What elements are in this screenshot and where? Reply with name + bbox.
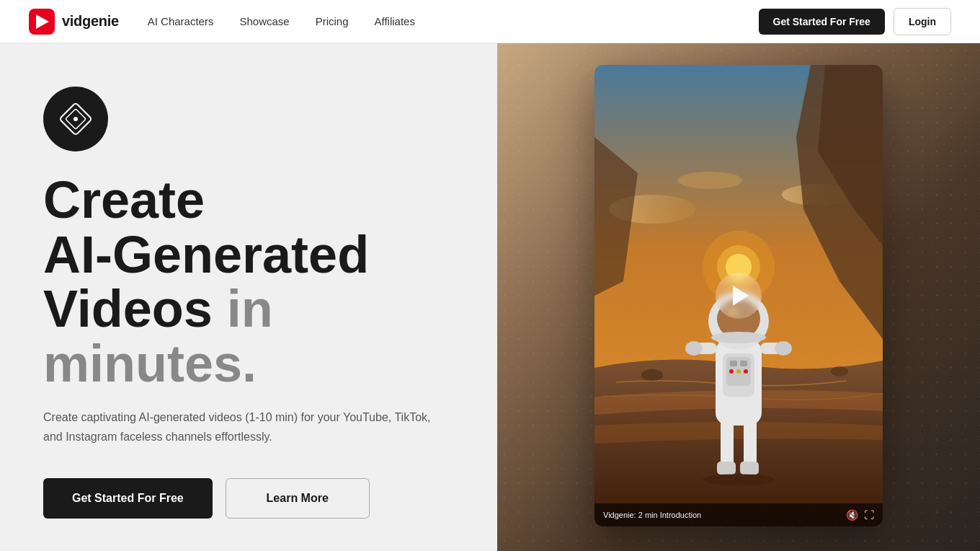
svg-point-34 <box>831 366 848 376</box>
nav-get-started-button[interactable]: Get Started For Free <box>759 9 885 35</box>
vidgenie-logo-icon <box>29 9 55 35</box>
brand-name: vidgenie <box>62 13 119 30</box>
nav-left: vidgenie AI Characters Showcase Pricing … <box>29 9 415 35</box>
nav-login-button[interactable]: Login <box>894 8 951 35</box>
svg-rect-15 <box>740 462 759 475</box>
svg-rect-20 <box>740 361 747 366</box>
svg-rect-14 <box>717 462 736 475</box>
svg-point-23 <box>744 369 748 374</box>
nav-link-ai-characters[interactable]: AI Characters <box>148 15 214 27</box>
hero-right-panel: Vidgenie: 2 min Introduction 🔇 ⛶ <box>497 43 980 551</box>
svg-point-26 <box>685 341 703 356</box>
svg-rect-12 <box>721 418 734 469</box>
nav-link-pricing[interactable]: Pricing <box>316 15 349 27</box>
video-panel: Vidgenie: 2 min Introduction 🔇 ⛶ <box>594 65 883 526</box>
heading-line2: AI-Generated <box>43 226 369 283</box>
fullscreen-icon[interactable]: ⛶ <box>864 509 874 521</box>
brand-icon-svg <box>58 102 93 136</box>
svg-point-22 <box>736 369 741 374</box>
heading-line1: Create <box>43 171 205 229</box>
svg-rect-19 <box>730 361 737 366</box>
svg-point-32 <box>703 474 775 485</box>
nav-link-affiliates[interactable]: Affiliates <box>375 15 415 27</box>
video-play-button[interactable] <box>716 273 762 319</box>
heading-line3-main: Videos <box>43 280 213 338</box>
hero-learn-more-button[interactable]: Learn More <box>226 478 370 519</box>
video-icons: 🔇 ⛶ <box>846 509 874 521</box>
brand-icon-circle <box>43 87 108 151</box>
navbar: vidgenie AI Characters Showcase Pricing … <box>0 0 980 43</box>
nav-link-showcase[interactable]: Showcase <box>239 15 289 27</box>
svg-point-4 <box>74 117 78 121</box>
play-triangle-icon <box>733 286 749 306</box>
logo-area[interactable]: vidgenie <box>29 9 119 35</box>
hero-heading: Create AI-Generated Videos in minutes. <box>43 173 454 391</box>
hero-buttons: Get Started For Free Learn More <box>43 478 454 519</box>
svg-point-11 <box>677 172 742 189</box>
hero-section: Create AI-Generated Videos in minutes. C… <box>0 43 980 551</box>
hero-get-started-button[interactable]: Get Started For Free <box>43 478 213 519</box>
mute-icon[interactable]: 🔇 <box>846 509 858 521</box>
svg-point-33 <box>641 369 663 381</box>
svg-point-21 <box>729 369 734 374</box>
hero-left-panel: Create AI-Generated Videos in minutes. C… <box>0 43 497 551</box>
svg-point-31 <box>711 332 766 343</box>
video-controls-bar: Vidgenie: 2 min Introduction 🔇 ⛶ <box>594 503 883 526</box>
nav-right: Get Started For Free Login <box>759 8 951 35</box>
svg-rect-13 <box>744 418 757 469</box>
svg-point-27 <box>775 341 792 356</box>
hero-subtext: Create captivating AI-generated videos (… <box>43 408 432 446</box>
video-title: Vidgenie: 2 min Introduction <box>603 511 701 519</box>
nav-links: AI Characters Showcase Pricing Affiliate… <box>148 15 415 27</box>
